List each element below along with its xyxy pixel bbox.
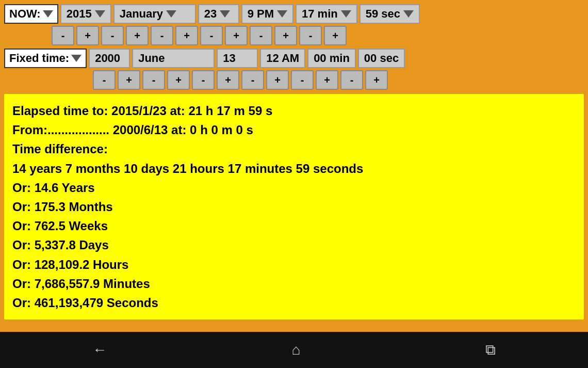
fixed-label: Fixed time: <box>4 49 87 68</box>
now-year-minus[interactable]: - <box>52 26 74 45</box>
fixed-day-plus[interactable]: + <box>217 70 239 90</box>
fixed-month-plus[interactable]: + <box>167 70 190 90</box>
result-line3: Time difference: <box>12 139 576 158</box>
fixed-year-minus[interactable]: - <box>93 70 116 90</box>
now-day-pm: - + <box>151 26 198 45</box>
fixed-row: Fixed time: 2000 June 13 12 AM 00 min 00… <box>4 49 584 68</box>
now-triangle-icon[interactable] <box>43 10 53 18</box>
result-line2: From:.................. 2000/6/13 at: 0 … <box>12 120 576 139</box>
result-area: Elapsed time to: 2015/1/23 at: 21 h 17 m… <box>4 94 584 319</box>
result-line8: Or: 5,337.8 Days <box>12 235 576 254</box>
now-hour-plus[interactable]: + <box>225 26 248 45</box>
back-button[interactable] <box>92 342 107 358</box>
result-line7: Or: 762.5 Weeks <box>12 216 576 235</box>
home-button[interactable] <box>292 342 301 358</box>
now-min-triangle-icon[interactable] <box>341 10 351 18</box>
now-day-minus[interactable]: - <box>151 26 173 45</box>
fixed-sec-plus[interactable]: + <box>365 70 388 90</box>
fixed-hour-plus[interactable]: + <box>266 70 289 90</box>
fixed-pm-row: - + - + - + - + - + - + <box>4 70 584 90</box>
top-section: NOW: 2015 January 23 9 PM 17 min 59 sec <box>0 0 588 90</box>
fixed-triangle-icon[interactable] <box>71 55 81 62</box>
now-hour-triangle-icon[interactable] <box>277 10 287 18</box>
now-min-field[interactable]: 17 min <box>296 4 357 24</box>
now-sec-plus[interactable]: + <box>324 26 347 45</box>
now-label: NOW: <box>4 4 58 24</box>
fixed-sec-minus[interactable]: - <box>340 70 363 90</box>
fixed-sec-field[interactable]: 00 sec <box>358 49 405 68</box>
fixed-hour-field[interactable]: 12 AM <box>260 49 305 68</box>
now-pm-row: - + - + - + - + - + - + <box>4 26 584 45</box>
now-min-plus[interactable]: + <box>274 26 297 45</box>
fixed-min-plus[interactable]: + <box>316 70 338 90</box>
now-month-triangle-icon[interactable] <box>166 10 176 18</box>
now-sec-triangle-icon[interactable] <box>403 10 414 18</box>
now-day-triangle-icon[interactable] <box>220 10 230 18</box>
result-line9: Or: 128,109.2 Hours <box>12 255 576 274</box>
now-label-text: NOW: <box>9 7 41 21</box>
fixed-min-minus[interactable]: - <box>291 70 314 90</box>
now-min-minus[interactable]: - <box>250 26 272 45</box>
now-hour-pm: - + <box>200 26 248 45</box>
now-hour-field[interactable]: 9 PM <box>241 4 293 24</box>
now-month-plus[interactable]: + <box>126 26 149 45</box>
fixed-min-pm: - + <box>291 70 338 90</box>
now-year-pm: - + <box>52 26 99 45</box>
now-year-triangle-icon[interactable] <box>95 10 105 18</box>
fixed-month-minus[interactable]: - <box>142 70 165 90</box>
nav-bar <box>0 332 588 368</box>
fixed-label-text: Fixed time: <box>9 52 69 65</box>
now-day-field[interactable]: 23 <box>198 4 239 24</box>
result-line11: Or: 461,193,479 Seconds <box>12 293 576 312</box>
now-hour-minus[interactable]: - <box>200 26 223 45</box>
now-sec-pm: - + <box>299 26 347 45</box>
result-line5: Or: 14.6 Years <box>12 178 576 197</box>
now-month-minus[interactable]: - <box>101 26 124 45</box>
now-month-pm: - + <box>101 26 149 45</box>
now-month-field[interactable]: January <box>113 4 196 24</box>
now-day-plus[interactable]: + <box>175 26 198 45</box>
fixed-year-plus[interactable]: + <box>118 70 140 90</box>
fixed-sec-pm: - + <box>340 70 388 90</box>
result-line1: Elapsed time to: 2015/1/23 at: 21 h 17 m… <box>12 101 576 120</box>
recents-button[interactable] <box>485 342 496 359</box>
fixed-year-field[interactable]: 2000 <box>89 49 130 68</box>
result-line10: Or: 7,686,557.9 Minutes <box>12 274 576 293</box>
fixed-min-field[interactable]: 00 min <box>307 49 356 68</box>
now-year-field[interactable]: 2015 <box>60 4 111 24</box>
fixed-month-pm: - + <box>142 70 190 90</box>
result-line4: 14 years 7 months 10 days 21 hours 17 mi… <box>12 159 576 178</box>
fixed-day-field[interactable]: 13 <box>217 49 258 68</box>
now-year-plus[interactable]: + <box>76 26 99 45</box>
now-sec-field[interactable]: 59 sec <box>360 4 420 24</box>
result-line6: Or: 175.3 Months <box>12 197 576 216</box>
fixed-day-minus[interactable]: - <box>192 70 215 90</box>
fixed-hour-minus[interactable]: - <box>241 70 264 90</box>
fixed-year-pm: - + <box>93 70 140 90</box>
fixed-month-field[interactable]: June <box>132 49 215 68</box>
fixed-hour-pm: - + <box>241 70 289 90</box>
now-sec-minus[interactable]: - <box>299 26 322 45</box>
fixed-day-pm: - + <box>192 70 239 90</box>
now-row: NOW: 2015 January 23 9 PM 17 min 59 sec <box>4 4 584 24</box>
now-min-pm: - + <box>250 26 297 45</box>
